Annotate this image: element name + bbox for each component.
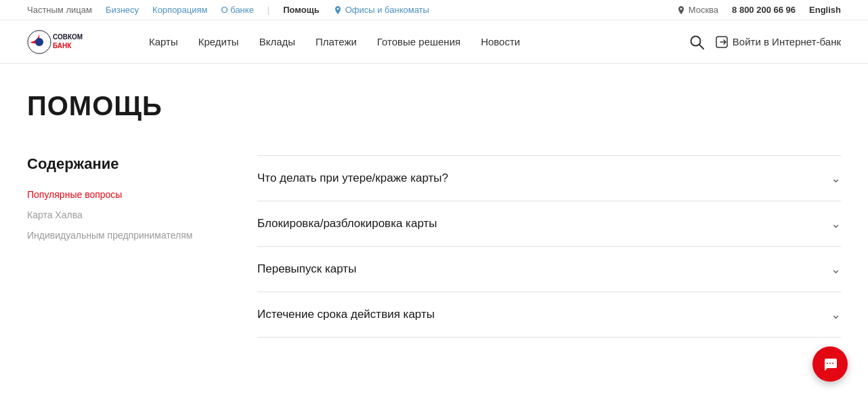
chat-button[interactable] <box>812 346 848 378</box>
main-nav: СОВКОМ БАНК Карты Кредиты Вклады Платежи… <box>0 20 868 64</box>
faq-item-1[interactable]: Что делать при утере/краже карты? ⌄ <box>257 155 841 201</box>
svg-point-9 <box>832 363 833 364</box>
nav-links: Карты Кредиты Вклады Платежи Готовые реш… <box>149 36 689 47</box>
separator: | <box>267 5 269 15</box>
nav-частным-лицам[interactable]: Частным лицам <box>27 5 92 15</box>
svg-line-5 <box>699 45 703 49</box>
chevron-down-icon-2: ⌄ <box>831 216 841 231</box>
faq-question-1: Что делать при утере/краже карты? <box>257 172 448 185</box>
city-location: Москва <box>676 5 718 15</box>
nav-о-банке[interactable]: О банке <box>221 5 254 15</box>
faq-item-4[interactable]: Истечение срока действия карты ⌄ <box>257 292 841 338</box>
logo-svg: СОВКОМ БАНК <box>27 30 122 54</box>
nav-новости[interactable]: Новости <box>481 36 520 47</box>
nav-готовые-решения[interactable]: Готовые решения <box>377 36 460 47</box>
sidebar-link-popular[interactable]: Популярные вопросы <box>27 189 217 200</box>
nav-right: Войти в Интернет-банк <box>689 35 841 49</box>
search-icon <box>689 35 704 49</box>
search-button[interactable] <box>689 35 704 49</box>
sidebar-link-entrepreneurs[interactable]: Индивидуальным предпринимателям <box>27 230 217 241</box>
login-icon <box>715 35 729 49</box>
offices-location[interactable]: Офисы и банкоматы <box>333 5 429 15</box>
faq-question-2: Блокировка/разблокировка карты <box>257 217 437 230</box>
faq-item-3[interactable]: Перевыпуск карты ⌄ <box>257 247 841 292</box>
top-bar-left: Частным лицам Бизнесу Корпорациям О банк… <box>27 5 663 15</box>
nav-платежи[interactable]: Платежи <box>316 36 357 47</box>
faq-question-4: Истечение срока действия карты <box>257 308 435 321</box>
phone-number: 8 800 200 66 96 <box>732 5 796 15</box>
page-title: ПОМОЩЬ <box>27 91 841 121</box>
svg-text:БАНК: БАНК <box>53 42 72 49</box>
svg-text:СОВКОМ: СОВКОМ <box>53 33 83 41</box>
login-button[interactable]: Войти в Интернет-банк <box>715 35 841 49</box>
nav-вклады[interactable]: Вклады <box>259 36 295 47</box>
offices-label[interactable]: Офисы и банкоматы <box>345 5 429 15</box>
sidebar-link-halva[interactable]: Карта Халва <box>27 209 217 220</box>
location-icon <box>333 5 343 15</box>
chevron-down-icon-3: ⌄ <box>831 262 841 277</box>
nav-помощь[interactable]: Помощь <box>283 5 319 15</box>
svg-point-8 <box>829 363 831 364</box>
content-layout: Содержание Популярные вопросы Карта Халв… <box>27 155 841 338</box>
svg-point-1 <box>35 38 43 46</box>
chat-icon <box>822 356 838 372</box>
sidebar: Содержание Популярные вопросы Карта Халв… <box>27 155 217 338</box>
top-bar: Частным лицам Бизнесу Корпорациям О банк… <box>0 0 868 20</box>
nav-бизнесу[interactable]: Бизнесу <box>106 5 139 15</box>
login-label: Войти в Интернет-банк <box>733 36 841 47</box>
sidebar-title: Содержание <box>27 155 217 173</box>
chevron-down-icon-1: ⌄ <box>831 171 841 186</box>
nav-кредиты[interactable]: Кредиты <box>198 36 239 47</box>
faq-section: Что делать при утере/краже карты? ⌄ Блок… <box>257 155 841 338</box>
svg-point-7 <box>827 363 828 364</box>
city-label: Москва <box>689 5 718 15</box>
top-bar-right: Москва 8 800 200 66 96 English <box>676 5 841 15</box>
nav-карты[interactable]: Карты <box>149 36 178 47</box>
logo[interactable]: СОВКОМ БАНК <box>27 30 122 54</box>
chevron-down-icon-4: ⌄ <box>831 307 841 322</box>
language-switcher[interactable]: English <box>809 5 841 15</box>
nav-корпорациям[interactable]: Корпорациям <box>152 5 207 15</box>
sidebar-links: Популярные вопросы Карта Халва Индивидуа… <box>27 189 217 241</box>
page-content: ПОМОЩЬ Содержание Популярные вопросы Кар… <box>0 64 868 378</box>
faq-item-2[interactable]: Блокировка/разблокировка карты ⌄ <box>257 201 841 247</box>
city-location-icon <box>676 5 686 15</box>
faq-question-3: Перевыпуск карты <box>257 262 356 276</box>
